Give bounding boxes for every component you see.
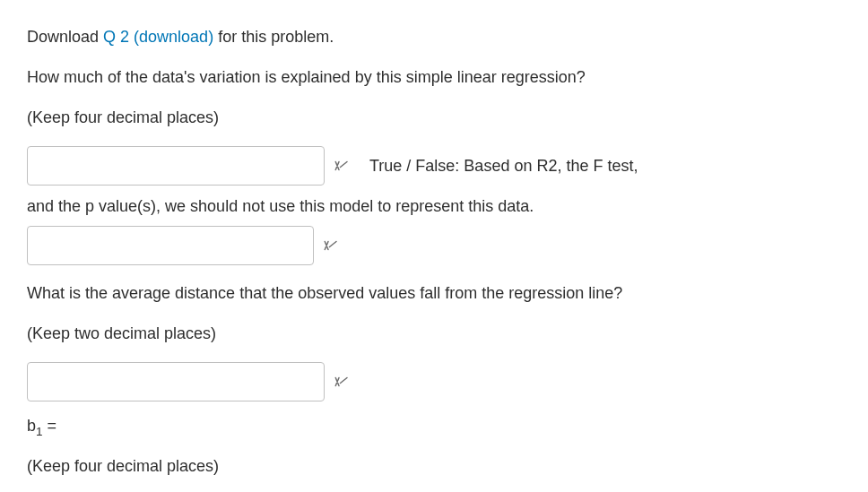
download-prefix: Download <box>27 28 103 46</box>
hint-two-decimal: (Keep two decimal places) <box>27 322 841 346</box>
input-row-2 <box>27 226 841 265</box>
b1-prefix: b <box>27 417 36 435</box>
input-row-1: True / False: Based on R2, the F test, <box>27 146 841 186</box>
download-suffix: for this problem. <box>213 28 334 46</box>
hint-four-decimal-2: (Keep four decimal places) <box>27 454 841 479</box>
b1-suffix: = <box>43 417 57 435</box>
b1-label: b1 = <box>27 414 841 438</box>
answer-status-icon <box>334 158 350 174</box>
true-false-input[interactable] <box>27 226 314 265</box>
b1-subscript: 1 <box>36 425 43 438</box>
answer-status-icon <box>323 237 339 254</box>
continuation-text: and the p value(s), we should not use th… <box>27 194 841 219</box>
variation-input[interactable] <box>27 146 325 186</box>
download-link[interactable]: Q 2 (download) <box>103 28 213 46</box>
avg-distance-input[interactable] <box>27 362 325 401</box>
true-false-text: True / False: Based on R2, the F test, <box>369 154 638 178</box>
input-row-3 <box>27 362 841 401</box>
question-variation: How much of the data's variation is expl… <box>27 65 841 90</box>
question-average-distance: What is the average distance that the ob… <box>27 281 841 306</box>
answer-status-icon <box>334 374 350 390</box>
hint-four-decimal-1: (Keep four decimal places) <box>27 106 841 130</box>
download-line: Download Q 2 (download) for this problem… <box>27 25 841 49</box>
